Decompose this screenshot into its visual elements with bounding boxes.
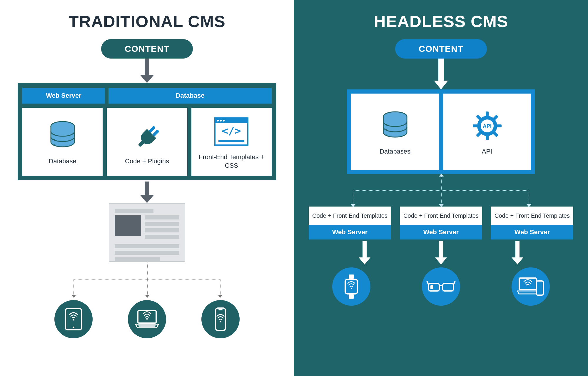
svg-rect-45 <box>536 281 543 295</box>
arrow-down-icon <box>359 241 370 264</box>
svg-point-23 <box>386 124 387 125</box>
card-code-plugins: Code + Plugins <box>107 108 187 176</box>
svg-point-25 <box>386 134 387 136</box>
stack-header-webserver: Web Server <box>22 88 105 104</box>
svg-point-15 <box>73 327 74 328</box>
headless-title: HEADLESS CMS <box>374 12 508 31</box>
svg-rect-38 <box>349 295 354 299</box>
card-label: Database <box>49 157 76 166</box>
svg-point-16 <box>73 319 74 321</box>
svg-point-10 <box>220 120 222 122</box>
frontend-server-card: Code + Front-End Templates Web Server <box>309 207 391 239</box>
page-wireframe-icon <box>109 203 185 262</box>
code-template-icon: </> <box>214 115 249 148</box>
svg-rect-30 <box>497 124 502 127</box>
fe-bottom-label: Web Server <box>491 225 573 239</box>
card-frontend-templates: </> Front-End Templates + CSS <box>191 108 272 176</box>
headless-cms-panel: HEADLESS CMS CONTENT Databases <box>294 0 588 376</box>
content-pill-left: CONTENT <box>101 39 193 59</box>
device-row-right <box>332 267 550 306</box>
svg-rect-28 <box>486 136 489 140</box>
arrow-down-icon <box>435 241 447 264</box>
svg-point-21 <box>220 321 221 322</box>
content-pill-right: CONTENT <box>395 39 487 59</box>
fe-top-label: Code + Front-End Templates <box>309 207 391 225</box>
card-api: API API <box>443 94 531 170</box>
fe-bottom-label: Web Server <box>400 225 482 239</box>
api-gear-icon: API <box>471 110 503 142</box>
laptop-phone-icon <box>512 267 550 306</box>
svg-point-18 <box>146 318 148 320</box>
traditional-cms-panel: TRADITIONAL CMS CONTENT Web Server Datab… <box>0 0 294 376</box>
traditional-title: TRADITIONAL CMS <box>69 12 225 31</box>
svg-point-11 <box>223 120 225 122</box>
card-database: Database <box>22 108 103 176</box>
tablet-icon <box>54 300 93 338</box>
svg-rect-41 <box>429 283 439 291</box>
card-label: Front-End Templates + CSS <box>194 153 269 170</box>
headless-backend-box: Databases API <box>347 89 535 174</box>
fe-top-label: Code + Front-End Templates <box>491 207 573 225</box>
dotted-connector <box>41 262 253 297</box>
svg-point-2 <box>53 139 55 141</box>
svg-rect-13 <box>218 140 244 142</box>
svg-rect-29 <box>473 124 477 127</box>
dotted-connector <box>312 174 570 207</box>
svg-rect-27 <box>486 112 489 116</box>
smartwatch-icon <box>332 267 370 306</box>
svg-point-1 <box>53 134 55 135</box>
arrow-down-icon <box>512 241 523 264</box>
plug-icon <box>132 119 162 152</box>
fe-bottom-label: Web Server <box>309 225 391 239</box>
svg-rect-8 <box>215 118 248 123</box>
svg-rect-43 <box>430 285 433 289</box>
stack-header-database: Database <box>108 88 272 104</box>
laptop-icon <box>128 300 166 338</box>
svg-rect-42 <box>443 283 453 291</box>
frontend-servers-row: Code + Front-End Templates Web Server Co… <box>294 207 588 239</box>
svg-text:</>: </> <box>222 125 241 137</box>
fe-top-label: Code + Front-End Templates <box>400 207 482 225</box>
svg-text:API: API <box>482 123 491 129</box>
arrow-down-icon <box>434 59 448 89</box>
traditional-stack: Web Server Database Database <box>18 83 276 180</box>
svg-rect-37 <box>349 274 354 279</box>
card-label: API <box>482 147 492 156</box>
svg-point-3 <box>53 144 55 146</box>
smart-glasses-icon <box>422 267 460 306</box>
frontend-server-card: Code + Front-End Templates Web Server <box>400 207 482 239</box>
card-label: Databases <box>380 147 410 156</box>
svg-point-9 <box>217 120 219 122</box>
svg-point-24 <box>386 129 387 131</box>
database-icon <box>49 119 76 152</box>
phone-icon <box>201 300 240 338</box>
frontend-server-card: Code + Front-End Templates Web Server <box>491 207 573 239</box>
card-label: Code + Plugins <box>125 157 169 166</box>
database-icon <box>382 110 408 142</box>
card-databases: Databases <box>351 94 439 170</box>
arrow-down-icon <box>140 182 154 203</box>
device-row-left <box>54 300 240 338</box>
svg-point-40 <box>351 288 352 289</box>
arrow-down-icon <box>140 59 154 83</box>
svg-rect-20 <box>218 309 223 310</box>
